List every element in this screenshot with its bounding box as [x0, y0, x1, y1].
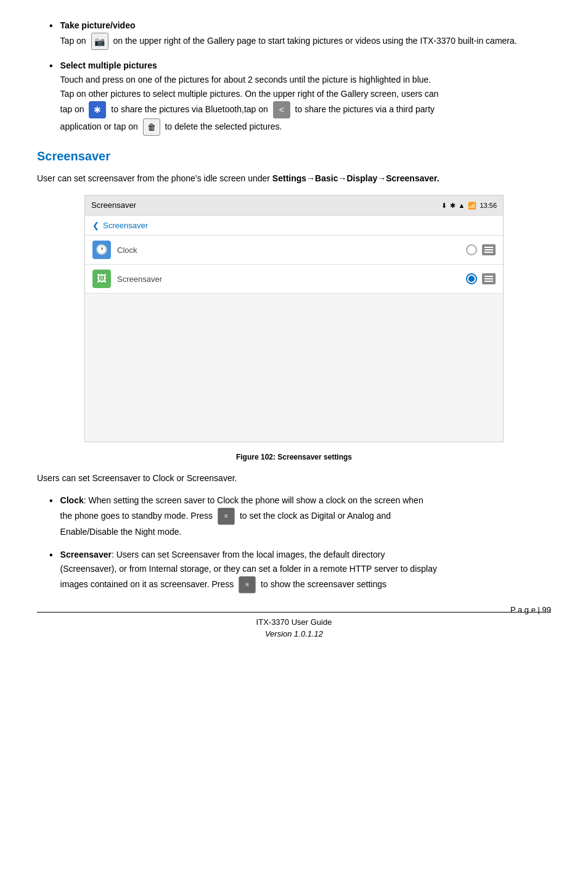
screensaver-row-icon: 🖼 [92, 270, 111, 288]
select-multiple-line1: Touch and press on one of the pictures f… [60, 75, 431, 85]
screensaver-bullet-section: • Screensaver: Users can set Screensaver… [37, 548, 551, 593]
bluetooth-status-icon: ✱ [450, 200, 455, 211]
status-icons: ⬇ ✱ ▲ 📶 13:56 [441, 200, 497, 211]
camera-icon: 📷 [91, 33, 108, 50]
footer: P a g e | 99 ITX-3370 User Guide Version… [37, 612, 551, 640]
screensaver-bullet-text1: : Users can set Screensaver from the loc… [112, 550, 385, 559]
select-multiple-line4-end: to delete the selected pictures. [165, 122, 282, 131]
signal-icon: ▲ [459, 200, 465, 211]
screensaver-radio-filled [466, 273, 477, 284]
clock-bullet-title: Clock [60, 495, 84, 505]
screensaver-heading: Screensaver [37, 147, 551, 165]
screenshot-header-title: Screensaver [91, 199, 136, 212]
delete-icon: 🗑 [143, 118, 160, 136]
screensaver-settings-btn [482, 273, 496, 284]
screenshot-header-bar: Screensaver ⬇ ✱ ▲ 📶 13:56 [85, 196, 503, 215]
screensaver-settings-icon: ≡ [239, 576, 256, 593]
wifi-icon: 📶 [468, 200, 476, 211]
screenshot-empty-area [85, 294, 503, 442]
select-multiple-line2: Tap on other pictures to select multiple… [60, 89, 439, 99]
third-party-share-icon: < [273, 101, 290, 118]
take-picture-section: • Take picture/video Tap on 📷 on the upp… [37, 19, 551, 50]
screensaver-screenshot: Screensaver ⬇ ✱ ▲ 📶 13:56 ❮ Screensaver … [84, 195, 504, 442]
screensaver-description: User can set screensaver from the phone’… [37, 171, 551, 186]
select-multiple-line3-mid1: to share the pictures via Bluetooth,tap … [111, 104, 268, 114]
clock-bullet-text2-mid: to set the clock as Digital or Analog an… [240, 510, 391, 520]
page-num-value: 99 [542, 605, 551, 614]
take-picture-content: Take picture/video Tap on 📷 on the upper… [60, 19, 551, 50]
take-picture-text-after: to start taking pictures or videos using… [258, 36, 517, 46]
download-icon: ⬇ [441, 200, 447, 211]
take-picture-text-before: Tap on [60, 36, 86, 46]
screensaver-row-controls [466, 273, 496, 284]
users-set-text: Users can set Screensaver to Clock or Sc… [37, 471, 551, 485]
screensaver-nav-path: Settings→Basic→Display→Screensaver. [272, 173, 439, 183]
screenshot-title-bar: ❮ Screensaver [85, 215, 503, 236]
clock-bullet-content: Clock: When setting the screen saver to … [60, 493, 551, 539]
bullet-dot: • [49, 19, 53, 33]
screenshot-body: 🕐 Clock 🖼 Screensaver [85, 236, 503, 442]
screensaver-bullet-dot: • [49, 548, 53, 563]
take-picture-text-middle: on the upper right of the Gallery page [113, 36, 256, 46]
screensaver-row: 🖼 Screensaver [85, 265, 503, 294]
clock-row-label: Clock [117, 244, 466, 257]
select-multiple-title: Select multiple pictures [60, 60, 157, 70]
figure-caption: Figure 102: Screensaver settings [37, 452, 551, 463]
footer-doc-title: ITX-3370 User Guide [37, 616, 551, 629]
clock-radio-empty [466, 244, 477, 255]
screensaver-desc-text: User can set screensaver from the phone’… [37, 173, 270, 183]
clock-bullet-text1: : When setting the screen saver to Clock… [84, 495, 423, 505]
select-multiple-line4: application or tap on [60, 122, 138, 131]
clock-settings-icon: ≡ [218, 508, 235, 525]
clock-row: 🕐 Clock [85, 236, 503, 265]
back-arrow-icon: ❮ [92, 220, 99, 232]
page-number: P a g e | 99 [510, 604, 551, 616]
select-multiple-line3-mid2: to share the pictures via a third party [295, 104, 435, 114]
clock-bullet-text2: the phone goes to standby mode. Press [60, 510, 213, 520]
screensaver-row-label: Screensaver [117, 273, 466, 286]
screenshot-time: 13:56 [480, 200, 497, 211]
footer-version: Version 1.0.1.12 [37, 628, 551, 640]
select-multiple-line3: tap on [60, 104, 84, 114]
screensaver-bullet-text3: images contained on it as screensaver. P… [60, 579, 234, 589]
clock-bullet-dot: • [49, 493, 53, 508]
select-multiple-section: • Select multiple pictures Touch and pre… [37, 59, 551, 136]
page-label: P a g e [510, 605, 536, 614]
select-multiple-content: Select multiple pictures Touch and press… [60, 59, 551, 136]
screenshot-back-label: Screensaver [103, 220, 148, 232]
clock-row-controls [466, 244, 496, 255]
bullet-dot-2: • [49, 59, 53, 73]
clock-bullet-section: • Clock: When setting the screen saver t… [37, 493, 551, 539]
take-picture-title: Take picture/video [60, 20, 136, 30]
clock-bullet-text3: Enable/Disable the Night mode. [60, 527, 182, 537]
screensaver-bullet-text2: (Screensaver), or from Internal storage,… [60, 564, 437, 574]
screensaver-bullet-content: Screensaver: Users can set Screensaver f… [60, 548, 551, 593]
screensaver-bullet-text3-end: to show the screensaver settings [261, 579, 386, 589]
clock-settings-btn [482, 244, 496, 255]
clock-row-icon: 🕐 [92, 241, 111, 259]
bluetooth-share-icon: ✱ [89, 101, 106, 118]
screensaver-bullet-title: Screensaver [60, 550, 112, 559]
